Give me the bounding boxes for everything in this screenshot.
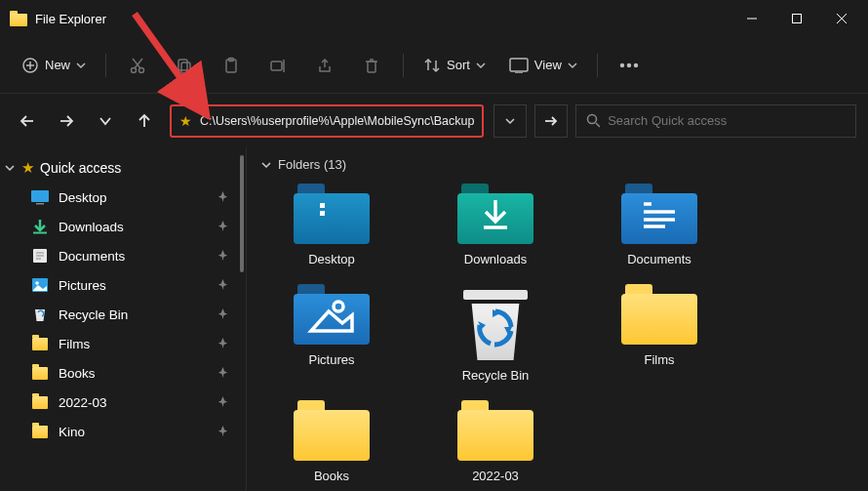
svg-point-28: [634, 63, 637, 66]
sidebar: ★ Quick access Desktop Downloads Documen…: [0, 147, 247, 491]
forward-button[interactable]: [51, 105, 82, 137]
view-label: View: [534, 58, 562, 72]
folder-item-pictures[interactable]: Pictures: [278, 284, 385, 383]
toolbar: New Sort View: [0, 37, 868, 94]
recent-locations-button[interactable]: [90, 105, 121, 137]
sidebar-item-label: Recycle Bin: [59, 307, 128, 322]
pin-icon: [217, 395, 228, 410]
svg-rect-14: [181, 62, 190, 73]
downloads-folder-icon: [457, 184, 533, 244]
folder-icon: [31, 336, 49, 351]
address-bar[interactable]: ★ C:\Users\%userprofile%\Apple\MobileSyn…: [170, 104, 484, 138]
divider: [403, 54, 404, 77]
address-dropdown-button[interactable]: [493, 104, 527, 138]
folder-icon: [457, 400, 533, 461]
svg-rect-17: [271, 61, 282, 70]
folder-icon: [31, 394, 49, 410]
sidebar-item-documents[interactable]: Documents: [0, 241, 246, 270]
sidebar-quick-access[interactable]: ★ Quick access: [0, 153, 246, 183]
sidebar-item-2022-03[interactable]: 2022-03: [0, 388, 246, 417]
svg-rect-36: [36, 203, 44, 205]
minimize-button[interactable]: [730, 0, 774, 37]
sidebar-item-label: Films: [59, 337, 90, 351]
chevron-down-icon: [568, 57, 577, 74]
star-icon: ★: [179, 113, 192, 129]
folders-section-label: Folders (13): [278, 157, 346, 172]
folders-section-header[interactable]: Folders (13): [260, 157, 854, 172]
svg-rect-19: [368, 61, 375, 72]
folder-item-downloads[interactable]: Downloads: [442, 184, 549, 266]
view-button[interactable]: View: [499, 48, 587, 83]
folder-icon: [294, 400, 370, 461]
close-button[interactable]: [819, 0, 864, 37]
folder-item-desktop[interactable]: Desktop: [278, 184, 385, 266]
paste-button[interactable]: [210, 48, 253, 83]
folder-item-books[interactable]: Books: [278, 400, 385, 483]
sidebar-item-label: Books: [59, 366, 96, 381]
desktop-folder-icon: [294, 184, 370, 244]
chevron-down-icon: [4, 162, 16, 174]
sidebar-item-label: Documents: [59, 249, 125, 264]
chevron-down-icon: [476, 57, 486, 74]
pin-icon: [217, 337, 228, 351]
window-title: File Explorer: [35, 12, 106, 26]
maximize-button[interactable]: [774, 0, 819, 37]
item-label: Downloads: [464, 252, 527, 266]
search-input[interactable]: [608, 113, 846, 128]
more-button[interactable]: [608, 48, 651, 83]
sidebar-item-recycle-bin[interactable]: Recycle Bin: [0, 300, 246, 329]
item-label: Recycle Bin: [462, 368, 530, 383]
delete-button[interactable]: [350, 48, 393, 83]
recycle-icon: [31, 307, 49, 322]
folder-icon: [31, 424, 49, 439]
search-box[interactable]: [575, 104, 856, 138]
documents-icon: [31, 248, 49, 264]
pin-icon: [217, 366, 228, 381]
go-button[interactable]: [534, 104, 568, 138]
sidebar-item-label: Pictures: [59, 278, 106, 293]
svg-point-54: [334, 302, 343, 311]
folder-icon: [31, 365, 49, 381]
svg-line-34: [596, 123, 600, 127]
folder-item-documents[interactable]: Documents: [606, 184, 713, 266]
copy-button[interactable]: [163, 48, 206, 83]
content-pane: Folders (13) Desktop Downloads: [247, 147, 868, 491]
folder-item-recycle-bin[interactable]: Recycle Bin: [442, 284, 549, 383]
pin-icon: [217, 307, 228, 322]
sidebar-item-downloads[interactable]: Downloads: [0, 212, 246, 241]
app-folder-icon: [10, 11, 27, 26]
sidebar-item-pictures[interactable]: Pictures: [0, 270, 246, 300]
item-label: Pictures: [309, 352, 355, 367]
new-label: New: [45, 58, 70, 72]
documents-folder-icon: [621, 184, 697, 244]
item-label: 2022-03: [472, 469, 519, 483]
sort-button[interactable]: Sort: [414, 48, 495, 83]
folder-item-films[interactable]: Films: [606, 284, 713, 383]
rename-button[interactable]: [256, 48, 299, 83]
up-button[interactable]: [129, 105, 160, 137]
sidebar-item-kino[interactable]: Kino: [0, 417, 246, 446]
chevron-down-icon: [260, 159, 272, 171]
item-label: Documents: [627, 252, 691, 266]
share-button[interactable]: [303, 48, 346, 83]
sidebar-item-label: Desktop: [59, 190, 107, 205]
folder-icon: [621, 284, 697, 345]
pictures-icon: [31, 277, 49, 293]
sort-label: Sort: [447, 58, 470, 72]
new-button[interactable]: New: [12, 48, 96, 83]
item-label: Desktop: [308, 252, 355, 266]
svg-rect-46: [320, 203, 325, 208]
svg-point-44: [35, 281, 39, 285]
folder-item-2022-03[interactable]: 2022-03: [442, 400, 549, 483]
sidebar-item-books[interactable]: Books: [0, 358, 246, 388]
svg-rect-24: [510, 59, 528, 71]
svg-rect-47: [320, 211, 325, 216]
svg-rect-35: [31, 190, 49, 202]
item-label: Books: [314, 469, 349, 483]
sidebar-item-label: Kino: [59, 425, 85, 439]
scrollbar-thumb[interactable]: [240, 155, 244, 272]
back-button[interactable]: [12, 105, 43, 137]
cut-button[interactable]: [116, 48, 159, 83]
sidebar-item-desktop[interactable]: Desktop: [0, 183, 246, 212]
sidebar-item-films[interactable]: Films: [0, 329, 246, 358]
